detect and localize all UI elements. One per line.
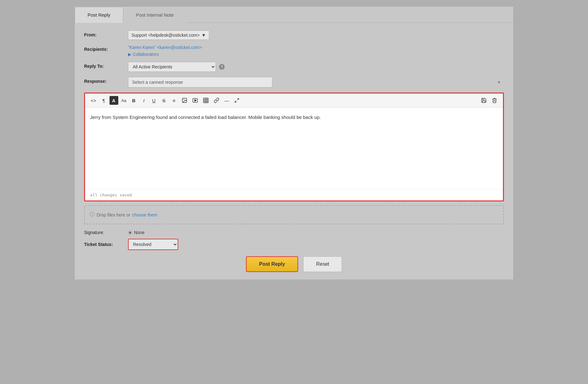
toolbar-list-btn[interactable]: ≡ [170, 96, 179, 105]
from-select[interactable]: Support <helpdesk@osticket.com> ▼ [128, 30, 209, 40]
toolbar-bold-btn[interactable]: B [130, 96, 138, 105]
recipients-label: Recipients: [84, 45, 128, 52]
editor-footer: all changes saved [85, 189, 503, 200]
response-value: Select a canned response [128, 77, 504, 88]
reply-to-row: Reply To: All Active Recipients Ticket O… [84, 62, 504, 72]
toolbar-strikethrough-btn[interactable]: S [160, 96, 168, 105]
recipient-email: "Karen Karen" <karen@osticket.com> [128, 45, 504, 50]
recipients-value: "Karen Karen" <karen@osticket.com> ▶ Col… [128, 45, 504, 57]
canned-response-select[interactable]: Select a canned response [128, 77, 272, 88]
signature-none-radio[interactable] [128, 231, 132, 235]
svg-marker-3 [195, 99, 196, 101]
toolbar-link-btn[interactable] [212, 96, 221, 105]
signature-none-label[interactable]: None [128, 230, 144, 235]
signature-row: Signature: None [84, 230, 504, 235]
editor-toolbar: <> ¶ A Aa B I U S ≡ [85, 93, 503, 108]
reply-to-value: All Active Recipients Ticket Owner Only … [128, 62, 504, 72]
signature-value: None [128, 230, 144, 235]
reply-to-inner: All Active Recipients Ticket Owner Only … [128, 62, 504, 72]
ticket-status-row: Ticket Status: Open Resolved Closed [84, 239, 504, 250]
collaborators-link[interactable]: ▶ Collaborators [128, 52, 504, 57]
toolbar-hr-btn[interactable]: — [222, 96, 231, 105]
toolbar-save-btn[interactable] [479, 96, 489, 105]
toolbar-paragraph-btn[interactable]: ¶ [99, 96, 108, 105]
drop-icon: ⓘ [90, 211, 95, 218]
response-label: Response: [84, 77, 128, 84]
toolbar-video-btn[interactable] [190, 96, 200, 105]
reply-to-select[interactable]: All Active Recipients Ticket Owner Only [128, 62, 216, 72]
from-row: From: Support <helpdesk@osticket.com> ▼ [84, 30, 504, 40]
toolbar-font-color-btn[interactable]: A [110, 96, 118, 105]
tab-post-internal-note[interactable]: Post Internal Note [123, 7, 187, 23]
svg-line-10 [235, 101, 237, 102]
recipients-row: Recipients: "Karen Karen" <karen@osticke… [84, 45, 504, 57]
toolbar-table-btn[interactable] [201, 96, 211, 105]
reply-to-help-icon[interactable]: ? [219, 64, 225, 70]
toolbar-fullscreen-btn[interactable] [233, 96, 241, 105]
tab-bar: Post Reply Post Internal Note [75, 7, 513, 23]
from-select-arrow: ▼ [201, 33, 206, 38]
toolbar-underline-btn[interactable]: U [150, 96, 158, 105]
from-select-value: Support <helpdesk@osticket.com> [131, 33, 200, 38]
toolbar-italic-btn[interactable]: I [140, 96, 148, 105]
signature-label: Signature: [84, 230, 128, 235]
drop-zone[interactable]: ⓘ Drop files here or choose them [84, 205, 504, 224]
toolbar-font-size-btn[interactable]: Aa [120, 96, 128, 105]
drop-zone-text: Drop files here or [97, 212, 130, 217]
response-row: Response: Select a canned response [84, 77, 504, 88]
from-value: Support <helpdesk@osticket.com> ▼ [128, 30, 504, 40]
reset-button[interactable]: Reset [303, 256, 342, 272]
form-body: From: Support <helpdesk@osticket.com> ▼ … [75, 23, 513, 280]
svg-line-9 [237, 99, 239, 100]
svg-point-1 [183, 99, 184, 100]
toolbar-delete-btn[interactable] [490, 96, 499, 105]
editor-container: <> ¶ A Aa B I U S ≡ [84, 93, 504, 201]
toolbar-source-btn[interactable]: <> [89, 96, 98, 105]
toolbar-image-btn[interactable] [180, 96, 189, 105]
action-row: Post Reply Reset [84, 256, 504, 272]
editor-content[interactable]: Jerry from System Engineering found and … [85, 108, 503, 189]
reply-form-container: Post Reply Post Internal Note From: Supp… [74, 6, 514, 280]
svg-rect-4 [203, 98, 208, 103]
from-label: From: [84, 30, 128, 37]
ticket-status-select[interactable]: Open Resolved Closed [128, 239, 178, 250]
ticket-status-label: Ticket Status: [84, 242, 128, 247]
choose-files-link[interactable]: choose them [132, 212, 157, 217]
reply-to-label: Reply To: [84, 62, 128, 69]
canned-response-wrapper: Select a canned response [128, 77, 504, 88]
tab-post-reply[interactable]: Post Reply [75, 7, 123, 23]
post-reply-button[interactable]: Post Reply [246, 256, 298, 272]
